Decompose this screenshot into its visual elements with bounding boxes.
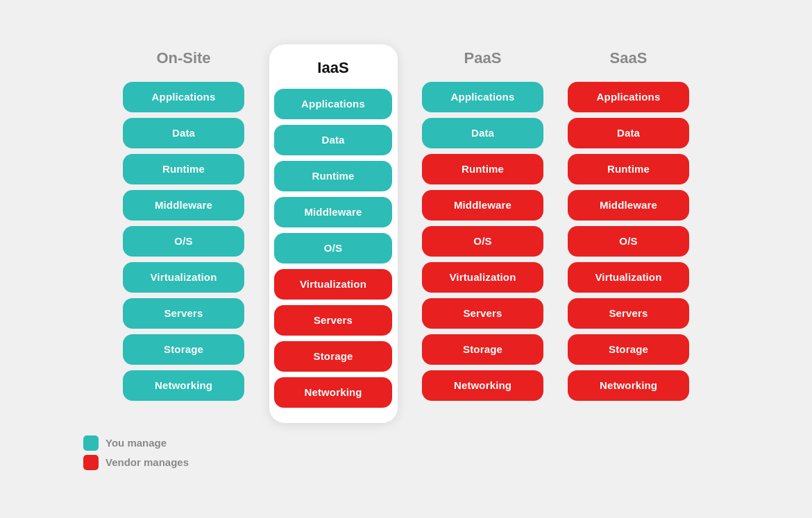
column-header-saas: SaaS [610,44,648,72]
pill-paas-0: Applications [422,82,543,112]
pill-iaas-3: Middleware [274,197,392,227]
pill-iaas-5: Virtualization [274,269,392,300]
column-paas: PaaSApplicationsDataRuntimeMiddlewareO/S… [410,44,556,406]
pill-iaas-6: Servers [274,305,392,336]
column-header-paas: PaaS [464,44,502,72]
pill-paas-8: Networking [422,370,543,401]
pill-paas-7: Storage [422,334,543,365]
pill-iaas-8: Networking [274,377,392,408]
pill-paas-5: Virtualization [422,262,543,293]
page-container: On-SiteApplicationsDataRuntimeMiddleware… [0,0,812,518]
pill-on-site-3: Middleware [123,190,244,221]
column-iaas: IaaSApplicationsDataRuntimeMiddlewareO/S… [269,44,398,423]
columns-area: On-SiteApplicationsDataRuntimeMiddleware… [0,44,812,423]
pill-on-site-2: Runtime [123,154,244,184]
pill-on-site-0: Applications [123,82,244,112]
pill-iaas-1: Data [274,125,392,155]
pill-saas-1: Data [568,118,689,148]
pill-on-site-6: Servers [123,298,244,329]
diagram-wrapper: On-SiteApplicationsDataRuntimeMiddleware… [0,44,812,474]
column-header-on-site: On-Site [156,44,210,72]
pill-paas-1: Data [422,118,543,148]
pill-saas-3: Middleware [568,190,689,221]
column-saas: SaaSApplicationsDataRuntimeMiddlewareO/S… [556,44,702,406]
column-header-iaas: IaaS [317,54,348,82]
legend-label-0: You manage [105,437,167,449]
legend-dot-red [83,455,99,470]
pill-saas-7: Storage [568,334,689,365]
pill-iaas-7: Storage [274,341,392,372]
pill-saas-2: Runtime [568,154,689,184]
pill-saas-6: Servers [568,298,689,329]
pill-on-site-8: Networking [123,370,244,401]
pill-iaas-0: Applications [274,89,392,119]
pill-iaas-2: Runtime [274,161,392,191]
pill-paas-6: Servers [422,298,543,329]
legend-item-0: You manage [83,435,167,451]
legend-area: You manageVendor manages [83,435,189,474]
pill-on-site-4: O/S [123,226,244,257]
pill-saas-0: Applications [568,82,689,112]
pill-paas-3: Middleware [422,190,543,221]
legend-item-1: Vendor manages [83,455,189,470]
pill-on-site-5: Virtualization [123,262,244,293]
pill-paas-2: Runtime [422,154,543,184]
pill-saas-5: Virtualization [568,262,689,293]
pill-on-site-1: Data [123,118,244,148]
pill-iaas-4: O/S [274,233,392,264]
pill-paas-4: O/S [422,226,543,257]
legend-label-1: Vendor manages [105,456,189,468]
column-on-site: On-SiteApplicationsDataRuntimeMiddleware… [111,44,257,406]
pill-saas-4: O/S [568,226,689,257]
pill-on-site-7: Storage [123,334,244,365]
pill-saas-8: Networking [568,370,689,401]
legend-dot-teal [83,435,99,451]
